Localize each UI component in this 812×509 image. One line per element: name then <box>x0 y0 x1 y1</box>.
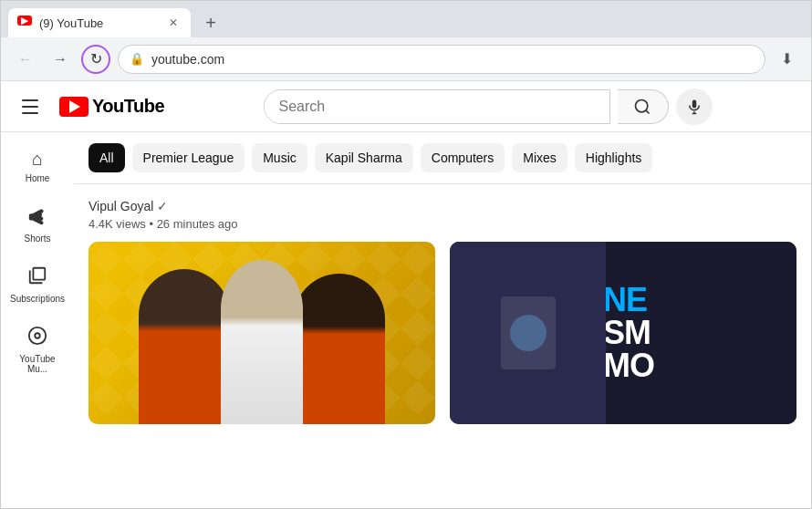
tab-title: (9) YouTube <box>39 16 158 30</box>
video-stats: 4.4K views • 26 minutes ago <box>88 217 796 231</box>
menu-line <box>22 112 38 114</box>
search-input[interactable] <box>265 90 609 123</box>
mic-icon <box>686 99 703 115</box>
youtube-main: All Premier League Music Kapil Sharma Co… <box>74 132 811 508</box>
sidebar-item-youtube-music[interactable]: YouTube Mu... <box>1 317 74 383</box>
chip-music[interactable]: Music <box>252 143 307 172</box>
video-thumbnail-soccer[interactable] <box>88 242 435 424</box>
filter-chips-bar: All Premier League Music Kapil Sharma Co… <box>74 132 811 184</box>
tech-thumbnail-image: NE SM MO <box>450 242 796 424</box>
shorts-icon <box>27 205 47 230</box>
new-tab-button[interactable]: + <box>196 8 225 37</box>
content-area: Vipul Goyal ✓ 4.4K views • 26 minutes ag… <box>74 184 811 439</box>
soccer-thumbnail-image <box>88 242 435 424</box>
chip-all[interactable]: All <box>88 143 125 172</box>
lock-icon: 🔒 <box>130 52 144 66</box>
reload-button[interactable]: ↻ <box>81 45 110 74</box>
video-thumbnail-tech[interactable]: NE SM MO <box>450 242 796 424</box>
menu-line <box>22 99 38 101</box>
sidebar-item-subscriptions[interactable]: Subscriptions <box>1 256 74 313</box>
sidebar-label-home: Home <box>26 173 50 183</box>
search-button[interactable] <box>618 89 669 124</box>
chip-computers[interactable]: Computers <box>421 143 505 172</box>
tab-bar: ▶ (9) YouTube ✕ + <box>1 1 811 37</box>
video-author-row: Vipul Goyal ✓ <box>88 199 796 213</box>
youtube-app: YouTube <box>1 81 811 508</box>
verified-icon: ✓ <box>157 199 168 213</box>
sidebar-item-shorts[interactable]: Shorts <box>1 196 74 253</box>
youtube-body: ⌂ Home Shorts Subscriptions <box>1 132 811 508</box>
mic-button[interactable] <box>676 88 713 125</box>
sidebar-item-home[interactable]: ⌂ Home <box>1 140 74 192</box>
svg-line-1 <box>646 109 650 113</box>
svg-point-6 <box>35 333 40 338</box>
back-button[interactable]: ← <box>12 46 39 73</box>
forward-button[interactable]: → <box>47 46 74 73</box>
sidebar-label-youtube-music: YouTube Mu... <box>8 354 67 374</box>
video-metadata: Vipul Goyal ✓ 4.4K views • 26 minutes ag… <box>88 199 796 242</box>
active-tab[interactable]: ▶ (9) YouTube ✕ <box>8 8 191 37</box>
nav-bar: ← → ↻ 🔒 youtube.com ⬇ <box>1 37 811 81</box>
svg-point-5 <box>29 327 46 344</box>
download-button[interactable]: ⬇ <box>773 46 800 73</box>
soccer-players <box>88 242 435 424</box>
sidebar-label-shorts: Shorts <box>25 234 51 244</box>
hamburger-menu-button[interactable] <box>16 92 45 121</box>
svg-point-0 <box>636 99 648 111</box>
address-bar[interactable]: 🔒 youtube.com <box>118 45 765 74</box>
search-box <box>264 89 610 124</box>
tab-favicon: ▶ <box>17 16 32 30</box>
chip-premier-league[interactable]: Premier League <box>132 143 245 172</box>
chip-highlights[interactable]: Highlights <box>575 143 652 172</box>
youtube-favicon-icon: ▶ <box>17 16 32 26</box>
browser-frame: ▶ (9) YouTube ✕ + ← → ↻ 🔒 youtube.com ⬇ <box>0 0 812 509</box>
chip-mixes[interactable]: Mixes <box>512 143 567 172</box>
menu-line <box>22 106 38 108</box>
home-icon: ⌂ <box>32 149 43 170</box>
video-author-name: Vipul Goyal <box>88 199 153 213</box>
youtube-logo-text: YouTube <box>92 96 164 117</box>
youtube-header: YouTube <box>1 81 811 132</box>
search-container <box>179 88 796 125</box>
sidebar-label-subscriptions: Subscriptions <box>10 294 65 304</box>
youtube-logo[interactable]: YouTube <box>59 96 164 117</box>
url-text: youtube.com <box>151 52 224 67</box>
search-icon <box>633 98 651 116</box>
chip-kapil-sharma[interactable]: Kapil Sharma <box>315 143 413 172</box>
play-icon <box>69 100 80 113</box>
video-grid: NE SM MO <box>88 242 796 424</box>
svg-rect-2 <box>692 99 696 108</box>
tab-close-button[interactable]: ✕ <box>165 15 182 31</box>
subscriptions-icon <box>27 265 47 290</box>
youtube-logo-icon <box>59 97 88 117</box>
youtube-sidebar: ⌂ Home Shorts Subscriptions <box>1 132 74 508</box>
youtube-music-icon <box>27 326 47 350</box>
